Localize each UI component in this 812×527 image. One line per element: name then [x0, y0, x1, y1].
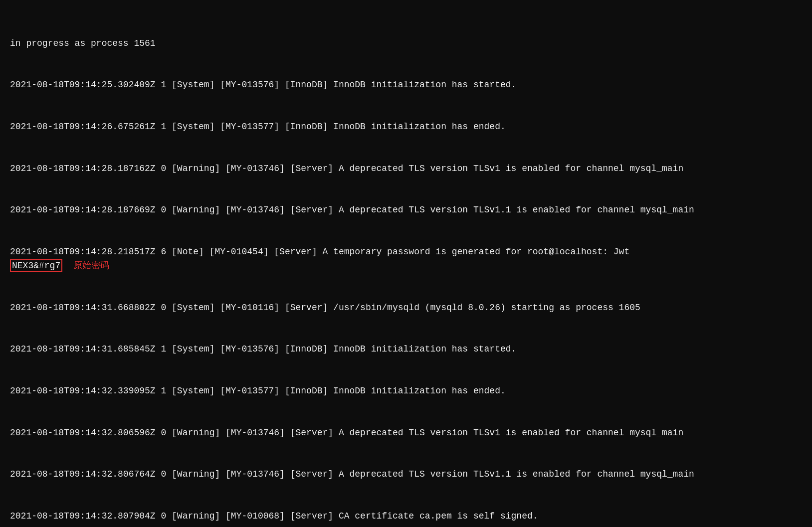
line-5: 2021-08-18T09:14:28.187669Z 0 [Warning] … — [10, 203, 802, 217]
line-10: 2021-08-18T09:14:32.806596Z 0 [Warning] … — [10, 426, 802, 440]
line-8: 2021-08-18T09:14:31.685845Z 1 [System] [… — [10, 343, 802, 356]
annotation-text: 原始密码 — [62, 261, 109, 271]
password-highlight: NEX3&#rg7 — [10, 259, 62, 272]
line-1: in progress as process 1561 — [10, 37, 802, 51]
line-11: 2021-08-18T09:14:32.806764Z 0 [Warning] … — [10, 468, 802, 482]
terminal-output: in progress as process 1561 2021-08-18T0… — [10, 9, 802, 527]
line-12: 2021-08-18T09:14:32.807904Z 0 [Warning] … — [10, 510, 802, 524]
line-3: 2021-08-18T09:14:26.675261Z 1 [System] [… — [10, 120, 802, 134]
line-4: 2021-08-18T09:14:28.187162Z 0 [Warning] … — [10, 162, 802, 176]
line-2: 2021-08-18T09:14:25.302409Z 1 [System] [… — [10, 78, 802, 92]
line-6: 2021-08-18T09:14:28.218517Z 6 [Note] [MY… — [10, 245, 802, 273]
line-7: 2021-08-18T09:14:31.668802Z 0 [System] [… — [10, 301, 802, 315]
line-9: 2021-08-18T09:14:32.339095Z 1 [System] [… — [10, 384, 802, 398]
